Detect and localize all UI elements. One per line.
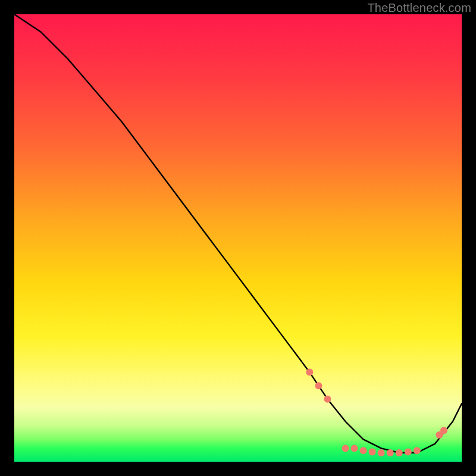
- bottleneck-curve: [14, 14, 462, 453]
- curve-marker: [378, 449, 385, 456]
- plot-area: [14, 14, 462, 462]
- chart-frame: TheBottleneck.com: [0, 0, 476, 476]
- curve-marker: [396, 449, 403, 456]
- curve-marker: [351, 444, 358, 452]
- curve-marker: [369, 449, 376, 456]
- curve-markers: [306, 369, 447, 456]
- bottleneck-curve-svg: [14, 14, 462, 462]
- curve-marker: [324, 396, 331, 403]
- curve-marker: [414, 447, 421, 454]
- curve-marker: [342, 444, 349, 452]
- watermark-text: TheBottleneck.com: [367, 1, 471, 15]
- curve-marker: [360, 447, 367, 454]
- curve-marker: [405, 449, 412, 456]
- curve-marker: [306, 369, 313, 376]
- curve-marker: [387, 449, 394, 456]
- curve-marker: [315, 382, 322, 389]
- curve-marker: [440, 427, 447, 434]
